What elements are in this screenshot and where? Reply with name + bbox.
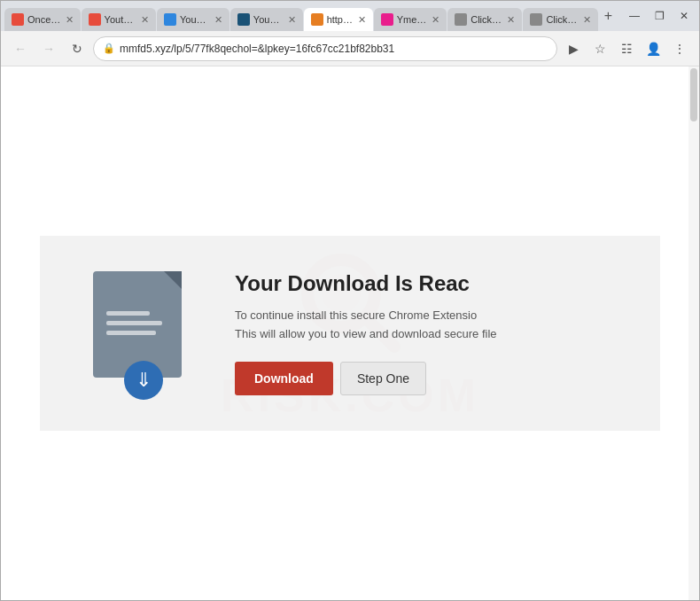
tab-label-5: https:... — [327, 14, 354, 25]
tab-7[interactable]: Click A... ✕ — [447, 8, 522, 31]
tab-close-2[interactable]: ✕ — [141, 14, 149, 26]
tab-favicon-7 — [455, 13, 467, 26]
menu-icon[interactable]: ⋮ — [667, 36, 692, 61]
bookmark-icon[interactable]: ☆ — [587, 36, 612, 61]
tab-close-5[interactable]: ✕ — [358, 14, 366, 26]
tab-favicon-1 — [12, 13, 24, 26]
download-panel: ⇓ Your Download Is Reac To continue inst… — [1, 66, 699, 600]
doc-line-2 — [106, 321, 162, 325]
tab-favicon-8 — [530, 13, 542, 26]
download-button[interactable]: Download — [235, 362, 333, 395]
tab-label-8: Click A... — [546, 14, 579, 25]
tabs-area: Once Y... ✕ Youtub... ✕ YouTu... ✕ YouTu… — [4, 1, 618, 31]
document-icon: ⇓ — [84, 271, 191, 395]
panel-inner: ⇓ Your Download Is Reac To continue inst… — [40, 236, 660, 431]
tab-close-7[interactable]: ✕ — [507, 14, 515, 26]
download-badge: ⇓ — [124, 361, 163, 400]
tab-favicon-2 — [89, 13, 101, 26]
lock-icon: 🔒 — [103, 43, 115, 54]
doc-lines — [106, 311, 168, 340]
address-bar[interactable]: 🔒 mmfd5.xyz/lp/5/77fk8qechol=&lpkey=16fc… — [93, 36, 557, 61]
tab-4[interactable]: YouTu... ✕ — [230, 8, 303, 31]
tab-3[interactable]: YouTu... ✕ — [157, 8, 229, 31]
forward-button[interactable]: → — [36, 36, 61, 61]
address-text: mmfd5.xyz/lp/5/77fk8qechol=&lpkey=16fc67… — [120, 43, 548, 55]
tab-close-3[interactable]: ✕ — [214, 14, 222, 26]
tab-label-4: YouTu... — [253, 14, 284, 25]
sub-line-1: To continue install this secure Chrome E… — [235, 308, 477, 322]
restore-button[interactable]: ❐ — [648, 7, 671, 25]
tab-label-7: Click A... — [471, 14, 503, 25]
back-button[interactable]: ← — [8, 36, 33, 61]
tab-label-1: Once Y... — [27, 14, 62, 25]
download-arrow-icon: ⇓ — [136, 371, 152, 390]
sub-line-2: This will allow you to view and download… — [235, 327, 497, 340]
sub-text: To continue install this secure Chrome E… — [235, 307, 616, 344]
tab-1[interactable]: Once Y... ✕ — [4, 8, 81, 31]
tab-close-8[interactable]: ✕ — [583, 14, 591, 26]
tab-favicon-3 — [164, 13, 176, 26]
page-content: RISK.COM ⇓ — [1, 66, 699, 600]
tab-2[interactable]: Youtub... ✕ — [82, 8, 156, 31]
nav-bar: ← → ↻ 🔒 mmfd5.xyz/lp/5/77fk8qechol=&lpke… — [1, 31, 699, 66]
action-buttons: Download Step One — [235, 362, 616, 395]
tab-favicon-5 — [311, 13, 323, 26]
collections-icon[interactable]: ☷ — [614, 36, 639, 61]
minimize-button[interactable]: — — [623, 7, 646, 25]
doc-corner — [164, 271, 182, 289]
new-tab-button[interactable]: + — [599, 8, 618, 24]
main-title: Your Download Is Reac — [235, 271, 616, 296]
nav-icons: ▶ ☆ ☷ 👤 ⋮ — [561, 36, 692, 61]
tab-8[interactable]: Click A... ✕ — [523, 8, 597, 31]
window-controls: — ❐ ✕ — [623, 7, 696, 25]
title-bar: Once Y... ✕ Youtub... ✕ YouTu... ✕ YouTu… — [1, 1, 699, 31]
tab-close-4[interactable]: ✕ — [288, 14, 296, 26]
step-one-button[interactable]: Step One — [340, 362, 426, 395]
close-button[interactable]: ✕ — [673, 7, 696, 25]
tab-close-6[interactable]: ✕ — [432, 14, 439, 26]
account-icon[interactable]: 👤 — [641, 36, 665, 61]
tab-close-1[interactable]: ✕ — [66, 14, 74, 26]
tab-6[interactable]: Ymeta... ✕ — [374, 8, 447, 31]
tab-5[interactable]: https:... ✕ — [304, 8, 373, 31]
tab-favicon-4 — [237, 13, 250, 26]
cast-icon[interactable]: ▶ — [561, 36, 586, 61]
tab-favicon-6 — [381, 13, 393, 26]
reload-button[interactable]: ↻ — [65, 36, 89, 61]
tab-label-6: Ymeta... — [397, 14, 429, 25]
tab-label-2: Youtub... — [105, 14, 137, 25]
text-area: Your Download Is Reac To continue instal… — [235, 271, 616, 395]
doc-line-3 — [106, 331, 156, 335]
browser-window: Once Y... ✕ Youtub... ✕ YouTu... ✕ YouTu… — [0, 0, 700, 601]
tab-label-3: YouTu... — [180, 14, 211, 25]
doc-line-1 — [106, 311, 150, 316]
